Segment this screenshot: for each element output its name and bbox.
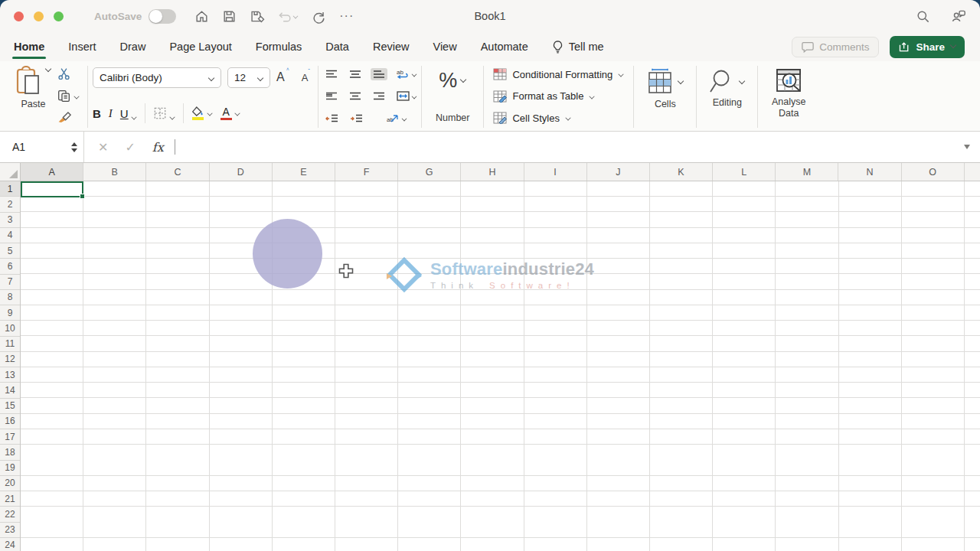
row-header-4[interactable]: 4	[0, 228, 20, 243]
column-header-k[interactable]: K	[650, 163, 713, 181]
column-header-n[interactable]: N	[838, 163, 901, 181]
minimize-window-button[interactable]	[34, 11, 44, 21]
column-header-a[interactable]: A	[21, 163, 83, 181]
row-header-24[interactable]: 24	[0, 538, 20, 551]
name-box[interactable]: A1	[0, 132, 84, 162]
row-header-20[interactable]: 20	[0, 476, 20, 491]
column-header-i[interactable]: I	[524, 163, 587, 181]
format-painter-button[interactable]	[57, 112, 80, 123]
fill-handle[interactable]	[80, 194, 85, 199]
profile-icon[interactable]	[950, 9, 966, 24]
save-icon[interactable]	[222, 9, 237, 24]
row-header-14[interactable]: 14	[0, 383, 20, 398]
decrease-indent-button[interactable]	[323, 112, 341, 125]
borders-button[interactable]	[153, 106, 175, 120]
row-header-9[interactable]: 9	[0, 305, 20, 321]
tab-review[interactable]: Review	[373, 32, 410, 61]
selected-cell-a1[interactable]	[21, 181, 83, 197]
column-header-h[interactable]: H	[461, 163, 524, 181]
zoom-window-button[interactable]	[54, 11, 64, 21]
column-header-b[interactable]: B	[83, 163, 146, 181]
home-icon[interactable]	[194, 9, 209, 24]
row-header-3[interactable]: 3	[0, 213, 20, 228]
column-header-c[interactable]: C	[146, 163, 209, 181]
row-header-11[interactable]: 11	[0, 337, 20, 352]
row-header-10[interactable]: 10	[0, 321, 20, 336]
save-as-icon[interactable]	[250, 9, 265, 24]
tab-view[interactable]: View	[433, 32, 456, 61]
more-toolbar-icon[interactable]: ···	[339, 9, 354, 23]
name-box-stepper[interactable]	[71, 142, 77, 152]
undo-menu-chevron-icon[interactable]	[293, 14, 298, 18]
conditional-formatting-button[interactable]: Conditional Formatting	[493, 68, 624, 80]
insert-function-button[interactable]: fx	[152, 140, 164, 155]
confirm-entry-button[interactable]: ✓	[125, 140, 135, 155]
text-orientation-button[interactable]: ab	[384, 112, 410, 125]
tab-page-layout[interactable]: Page Layout	[169, 32, 231, 61]
bold-button[interactable]: B	[93, 107, 101, 120]
column-header-g[interactable]: G	[398, 163, 461, 181]
comments-button[interactable]: Comments	[792, 37, 879, 57]
tab-home[interactable]: Home	[14, 32, 44, 61]
column-header-d[interactable]: D	[210, 163, 273, 181]
undo-icon[interactable]	[278, 9, 299, 24]
close-window-button[interactable]	[14, 11, 24, 21]
row-header-7[interactable]: 7	[0, 275, 20, 290]
font-color-button[interactable]: A	[220, 106, 240, 121]
row-header-5[interactable]: 5	[0, 243, 20, 259]
collapse-formula-bar-button[interactable]	[954, 132, 980, 162]
paste-menu-chevron-icon[interactable]	[45, 66, 51, 72]
column-header-m[interactable]: M	[776, 163, 838, 181]
row-header-19[interactable]: 19	[0, 461, 20, 476]
cut-button[interactable]	[57, 67, 80, 80]
row-header-23[interactable]: 23	[0, 523, 20, 538]
copy-button[interactable]	[57, 90, 80, 103]
tab-draw[interactable]: Draw	[120, 32, 146, 61]
cell-styles-button[interactable]: Cell Styles	[493, 112, 624, 124]
font-size-select[interactable]: 12	[227, 67, 270, 88]
editing-button[interactable]	[709, 68, 745, 94]
align-right-button[interactable]	[371, 90, 387, 103]
cells-grid[interactable]	[21, 181, 980, 551]
autosave-toggle[interactable]	[149, 9, 176, 24]
select-all-corner[interactable]	[0, 163, 21, 181]
cancel-entry-button[interactable]: ✕	[98, 140, 108, 155]
redo-icon[interactable]	[312, 9, 326, 24]
share-button[interactable]: Share	[890, 36, 965, 58]
row-header-17[interactable]: 17	[0, 429, 20, 445]
row-header-18[interactable]: 18	[0, 445, 20, 460]
column-header-j[interactable]: J	[587, 163, 650, 181]
italic-button[interactable]: I	[109, 107, 113, 120]
decrease-font-size-button[interactable]: Aˇ	[302, 72, 315, 83]
align-left-button[interactable]	[323, 90, 340, 103]
row-header-12[interactable]: 12	[0, 352, 20, 367]
underline-button[interactable]: U	[120, 107, 137, 120]
column-header-o[interactable]: O	[902, 163, 965, 181]
copy-menu-chevron-icon[interactable]	[74, 93, 80, 99]
cells-button[interactable]	[646, 68, 684, 94]
paste-button[interactable]: Paste	[15, 66, 51, 128]
tab-automate[interactable]: Automate	[481, 32, 528, 61]
search-icon[interactable]	[916, 9, 930, 24]
tab-data[interactable]: Data	[325, 32, 349, 61]
font-name-select[interactable]: Calibri (Body)	[93, 67, 221, 88]
increase-indent-button[interactable]	[348, 112, 365, 125]
row-header-1[interactable]: 1	[0, 181, 20, 197]
tell-me[interactable]: Tell me	[552, 41, 604, 54]
row-header-13[interactable]: 13	[0, 367, 20, 383]
row-header-8[interactable]: 8	[0, 290, 20, 305]
align-bottom-button[interactable]	[371, 68, 387, 80]
formula-input[interactable]	[175, 132, 954, 162]
row-header-15[interactable]: 15	[0, 399, 20, 414]
row-header-2[interactable]: 2	[0, 197, 20, 212]
align-center-button[interactable]	[347, 90, 364, 103]
column-header-e[interactable]: E	[273, 163, 335, 181]
align-middle-button[interactable]	[347, 68, 364, 80]
column-header-l[interactable]: L	[713, 163, 776, 181]
row-header-22[interactable]: 22	[0, 507, 20, 522]
format-as-table-button[interactable]: Format as Table	[493, 90, 624, 103]
tab-insert[interactable]: Insert	[68, 32, 96, 61]
row-header-16[interactable]: 16	[0, 414, 20, 429]
tab-formulas[interactable]: Formulas	[256, 32, 302, 61]
increase-font-size-button[interactable]: A＾	[276, 70, 296, 84]
